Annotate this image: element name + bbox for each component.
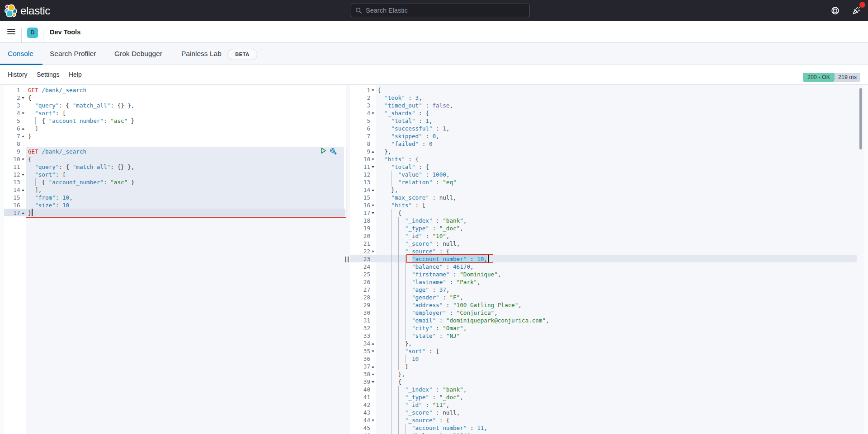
gutter-line-number: 3: [4, 102, 26, 109]
gutter-line-number: 37: [350, 363, 376, 370]
global-search-input[interactable]: Search Elastic: [350, 4, 530, 17]
fold-down-icon[interactable]: [372, 420, 374, 421]
gutter-line-number: 16: [350, 201, 376, 209]
breadcrumb[interactable]: Dev Tools: [50, 28, 80, 36]
fold-up-icon[interactable]: [22, 135, 24, 137]
tab-painless-lab[interactable]: Painless Lab: [181, 43, 222, 65]
code-line: },: [377, 148, 549, 155]
gutter-line-number: 17: [4, 209, 26, 217]
gutter-line-number: 1: [350, 86, 376, 94]
gutter-line-number: 26: [350, 278, 376, 286]
fold-down-icon[interactable]: [372, 166, 374, 168]
fold-down-icon[interactable]: [22, 97, 24, 99]
request-options-wrench-icon[interactable]: [330, 147, 337, 155]
gutter-line-number: 10: [350, 155, 376, 163]
code-line: "relation" : "eq": [377, 178, 549, 186]
send-request-icon[interactable]: [321, 147, 326, 154]
fold-up-icon[interactable]: [372, 366, 374, 368]
code-line: "email" : "dominiquepark@conjurica.com",: [377, 317, 549, 324]
fold-up-icon[interactable]: [372, 343, 374, 345]
code-line: "total" : {: [377, 163, 549, 171]
code-line: {: [377, 209, 549, 217]
gutter-line-number: 14: [4, 186, 26, 194]
nav-divider: [21, 28, 22, 43]
gutter-line-number: 32: [350, 324, 376, 332]
code-line: "_source" : {: [377, 416, 549, 424]
fold-down-icon[interactable]: [372, 159, 374, 160]
code-line: "value" : 1000,: [377, 171, 549, 178]
fold-up-icon[interactable]: [22, 212, 24, 214]
gutter-line-number: 20: [350, 232, 376, 240]
fold-up-icon[interactable]: [22, 189, 24, 191]
fold-up-icon[interactable]: [372, 189, 374, 191]
code-line: "_shards" : {: [377, 109, 549, 117]
code-line: "_type" : "_doc",: [377, 393, 549, 401]
elastic-home-link[interactable]: elastic: [5, 4, 50, 17]
code-line: "_id" : "10",: [377, 232, 549, 240]
menu-settings[interactable]: Settings: [37, 71, 60, 78]
gutter-line-number: 13: [350, 178, 376, 186]
fold-up-icon[interactable]: [372, 373, 374, 375]
search-icon: [355, 7, 362, 14]
fold-down-icon[interactable]: [372, 112, 374, 114]
code-line: "max_score" : null,: [377, 194, 549, 201]
code-line: {: [377, 86, 549, 94]
code-line: "hits" : [: [377, 201, 549, 209]
gutter-line-number: 16: [4, 201, 26, 209]
code-line: { "account_number": "asc" }: [28, 117, 134, 125]
response-cursor: [488, 255, 489, 262]
console-toolbar: History Settings Help 200 - OK 219 ms: [0, 65, 868, 85]
gutter-line-number: 11: [4, 163, 26, 171]
fold-down-icon[interactable]: [372, 251, 374, 252]
code-line: GET /bank/_search: [28, 86, 134, 94]
code-line: "state" : "NJ": [377, 332, 549, 340]
console-editors: 1234567891011121314151617 GET /bank/_sea…: [0, 85, 868, 434]
code-line: "account_number" : 11,: [377, 424, 549, 432]
fold-down-icon[interactable]: [22, 174, 24, 176]
code-line: "employer" : "Conjurica",: [377, 309, 549, 317]
fold-down-icon[interactable]: [372, 381, 374, 383]
gutter-line-number: 5: [350, 117, 376, 125]
code-line: },: [377, 370, 549, 378]
code-line: ]: [28, 125, 134, 132]
fold-down-icon[interactable]: [372, 350, 374, 352]
code-line: "firstname" : "Dominique",: [377, 271, 549, 278]
code-line: "query": { "match_all": {} },: [28, 102, 134, 109]
code-line: "failed" : 0: [377, 140, 549, 148]
gutter-line-number: 12: [350, 171, 376, 178]
panel-resizer-grip[interactable]: [345, 257, 349, 262]
fold-up-icon[interactable]: [22, 128, 24, 130]
tab-search-profiler[interactable]: Search Profiler: [50, 43, 96, 65]
notification-dot: [859, 2, 865, 8]
code-line: },: [377, 340, 549, 347]
fold-down-icon[interactable]: [372, 89, 374, 91]
help-icon[interactable]: [831, 6, 840, 15]
gutter-line-number: 14: [350, 186, 376, 194]
code-line: {: [28, 94, 134, 102]
menu-icon[interactable]: [7, 29, 15, 35]
search-placeholder: Search Elastic: [366, 7, 408, 14]
code-line: "address" : "100 Gatling Place",: [377, 301, 549, 309]
space-avatar[interactable]: D: [27, 28, 38, 38]
fold-down-icon[interactable]: [22, 112, 24, 114]
code-line: "_type" : "_doc",: [377, 224, 549, 232]
tab-console[interactable]: Console: [8, 43, 33, 65]
menu-history[interactable]: History: [8, 71, 28, 78]
fold-down-icon[interactable]: [372, 212, 374, 214]
gutter-line-number: 42: [350, 401, 376, 409]
fold-down-icon[interactable]: [22, 159, 24, 160]
code-line: "age" : 37,: [377, 286, 549, 294]
gutter-line-number: 6: [350, 125, 376, 132]
fold-down-icon[interactable]: [372, 205, 374, 206]
gutter-line-number: 24: [350, 263, 376, 271]
gutter-line-number: 15: [4, 194, 26, 201]
newsfeed-icon[interactable]: [852, 6, 861, 15]
time-badge: 219 ms: [835, 73, 860, 82]
tab-grok-debugger[interactable]: Grok Debugger: [114, 43, 162, 65]
status-badge: 200 - OK: [803, 73, 835, 82]
menu-help[interactable]: Help: [69, 71, 82, 78]
gutter-line-number: 9: [4, 148, 26, 155]
gutter-line-number: 29: [350, 301, 376, 309]
fold-up-icon[interactable]: [372, 151, 374, 153]
response-scrollbar-thumb[interactable]: [859, 88, 862, 149]
